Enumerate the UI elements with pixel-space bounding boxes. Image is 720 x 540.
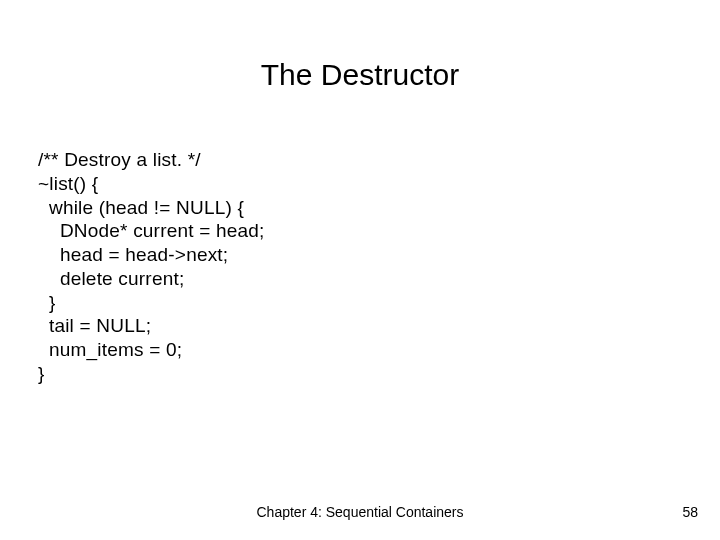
code-block: /** Destroy a list. */ ~list() { while (…	[38, 148, 264, 386]
slide: The Destructor /** Destroy a list. */ ~l…	[0, 0, 720, 540]
footer-chapter: Chapter 4: Sequential Containers	[0, 504, 720, 520]
footer-page-number: 58	[682, 504, 698, 520]
slide-title: The Destructor	[0, 58, 720, 92]
